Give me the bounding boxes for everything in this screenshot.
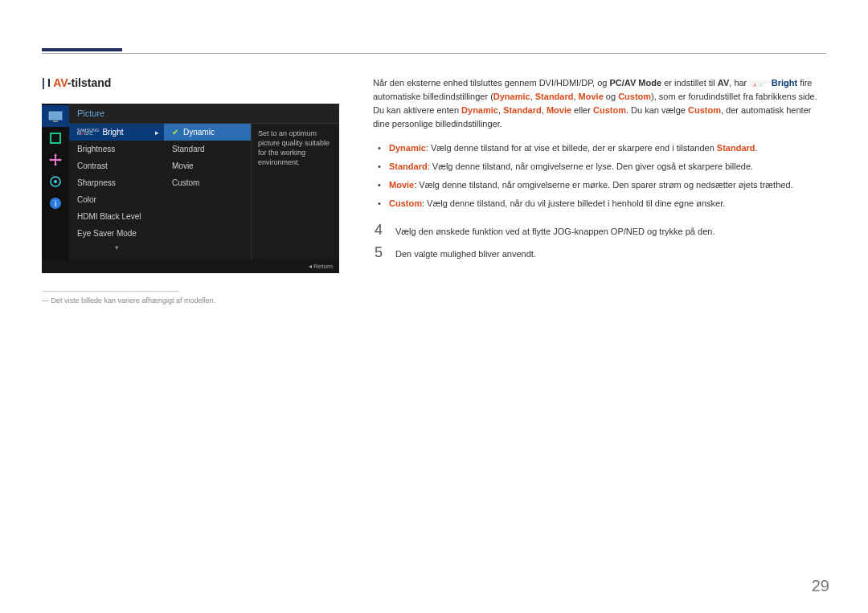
step-text: Vælg den ønskede funktion ved at flytte … bbox=[395, 223, 826, 239]
list-item: Dynamic: Vælg denne tilstand for at vise… bbox=[373, 139, 826, 157]
square-icon bbox=[42, 127, 69, 149]
osd-screenshot: i Picture SAMSUNGMAGICBright Brightness … bbox=[42, 104, 339, 273]
samsung-magic-label: SAMSUNGMAGIC bbox=[77, 129, 99, 136]
osd-item-magicbright: SAMSUNGMAGICBright bbox=[69, 124, 164, 141]
list-item: Movie: Vælg denne tilstand, når omgivels… bbox=[373, 176, 826, 194]
osd-item: Contrast bbox=[69, 157, 164, 174]
osd-submenu: ✔Dynamic Standard Movie Custom bbox=[164, 124, 251, 260]
svg-rect-2 bbox=[51, 133, 60, 143]
step-5: 5 Den valgte mulighed bliver anvendt. bbox=[373, 245, 826, 261]
svg-text:i: i bbox=[55, 199, 56, 208]
footnote: Det viste billede kan variere afhængigt … bbox=[42, 296, 347, 304]
chevron-down-icon: ▾ bbox=[69, 242, 164, 255]
mode-bullet-list: Dynamic: Vælg denne tilstand for at vise… bbox=[373, 139, 826, 213]
list-item: Standard: Vælg denne tilstand, når omgiv… bbox=[373, 157, 826, 176]
step-4: 4 Vælg den ønskede funktion ved at flytt… bbox=[373, 223, 826, 239]
svg-rect-1 bbox=[53, 121, 58, 122]
monitor-icon bbox=[42, 105, 69, 127]
osd-item: Sharpness bbox=[69, 174, 164, 191]
info-icon: i bbox=[42, 192, 69, 214]
osd-option: Custom bbox=[164, 174, 251, 191]
osd-description: Set to an optimum picture quality suitab… bbox=[251, 124, 339, 260]
osd-item: HDMI Black Level bbox=[69, 208, 164, 225]
osd-option-selected: ✔Dynamic bbox=[164, 124, 251, 141]
page-number: 29 bbox=[812, 577, 829, 595]
osd-sidebar-icons: i bbox=[42, 104, 69, 260]
gear-icon bbox=[42, 170, 69, 192]
intro-paragraph: Når den eksterne enhed tilsluttes gennem… bbox=[373, 76, 826, 131]
section-heading: |I AV-tilstand bbox=[42, 76, 347, 89]
samsung-magic-label: SAMSUNGMAGIC bbox=[749, 80, 771, 88]
osd-option: Standard bbox=[164, 141, 251, 157]
osd-option: Movie bbox=[164, 157, 251, 174]
osd-item: Brightness bbox=[69, 141, 164, 157]
osd-return-label: Return bbox=[42, 260, 339, 273]
osd-item: Eye Saver Mode bbox=[69, 225, 164, 242]
list-item: Custom: Vælg denne tilstand, når du vil … bbox=[373, 194, 826, 213]
osd-item: Color bbox=[69, 191, 164, 208]
check-icon: ✔ bbox=[172, 128, 178, 137]
svg-rect-0 bbox=[49, 112, 62, 120]
step-number: 5 bbox=[373, 245, 384, 260]
osd-menu-primary: SAMSUNGMAGICBright Brightness Contrast S… bbox=[69, 124, 164, 260]
step-text: Den valgte mulighed bliver anvendt. bbox=[395, 245, 826, 261]
step-number: 4 bbox=[373, 223, 384, 237]
svg-point-4 bbox=[54, 180, 57, 183]
move-icon bbox=[42, 149, 69, 170]
osd-title: Picture bbox=[69, 104, 339, 124]
